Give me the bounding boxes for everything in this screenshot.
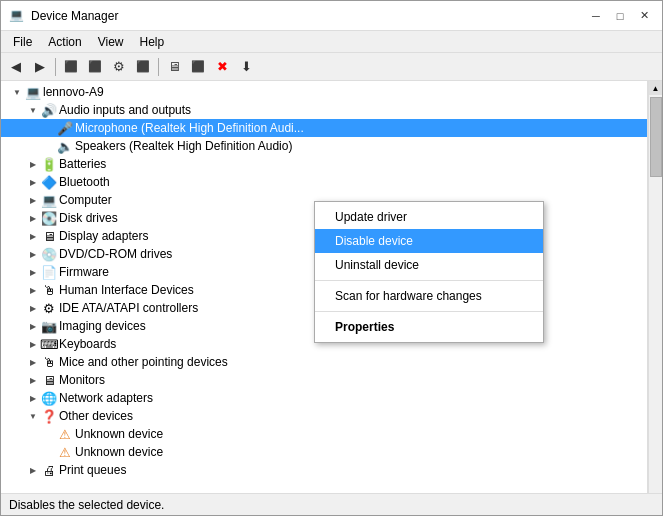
back-button[interactable]: ◀: [5, 56, 27, 78]
ctx-uninstall-device[interactable]: Uninstall device: [315, 253, 543, 277]
toolbar: ◀ ▶ ⬛ ⬛ ⚙ ⬛ 🖥 ⬛ ✖ ⬇: [1, 53, 662, 81]
ctx-scan-hardware[interactable]: Scan for hardware changes: [315, 284, 543, 308]
icon-monitors: 🖥: [41, 372, 57, 388]
icon-unknown2: ⚠: [57, 444, 73, 460]
toolbar-monitor-btn[interactable]: 🖥: [163, 56, 185, 78]
label-unknown2: Unknown device: [75, 445, 163, 459]
tree-node-unknown2[interactable]: ⚠ Unknown device: [1, 443, 647, 461]
tree-node-audio[interactable]: ▼ 🔊 Audio inputs and outputs: [1, 101, 647, 119]
label-disk: Disk drives: [59, 211, 118, 225]
label-batteries: Batteries: [59, 157, 106, 171]
label-other: Other devices: [59, 409, 133, 423]
icon-firmware: 📄: [41, 264, 57, 280]
toolbar-sep-2: [158, 58, 159, 76]
toolbar-btn-5[interactable]: ⬛: [187, 56, 209, 78]
icon-root: 💻: [25, 84, 41, 100]
icon-display: 🖥: [41, 228, 57, 244]
scroll-thumb[interactable]: [650, 97, 662, 177]
label-monitors: Monitors: [59, 373, 105, 387]
tree-node-print[interactable]: ▶ 🖨 Print queues: [1, 461, 647, 479]
minimize-button[interactable]: ─: [586, 7, 606, 25]
device-manager-window: 💻 Device Manager ─ □ ✕ File Action View …: [0, 0, 663, 516]
icon-mice: 🖱: [41, 354, 57, 370]
ctx-update-driver[interactable]: Update driver: [315, 205, 543, 229]
label-unknown1: Unknown device: [75, 427, 163, 441]
tree-node-root[interactable]: ▼ 💻 lennovo-A9: [1, 83, 647, 101]
label-network: Network adapters: [59, 391, 153, 405]
arrow-print: ▶: [25, 462, 41, 478]
context-menu: Update driver Disable device Uninstall d…: [314, 201, 544, 343]
label-keyboards: Keyboards: [59, 337, 116, 351]
vertical-scrollbar[interactable]: ▲: [648, 81, 662, 493]
toolbar-sep-1: [55, 58, 56, 76]
icon-audio: 🔊: [41, 102, 57, 118]
ctx-sep-2: [315, 311, 543, 312]
arrow-root: ▼: [9, 84, 25, 100]
arrow-batteries: ▶: [25, 156, 41, 172]
arrow-network: ▶: [25, 390, 41, 406]
menu-view[interactable]: View: [90, 33, 132, 51]
label-print: Print queues: [59, 463, 126, 477]
toolbar-btn-3[interactable]: ⚙: [108, 56, 130, 78]
toolbar-btn-2[interactable]: ⬛: [84, 56, 106, 78]
arrow-imaging: ▶: [25, 318, 41, 334]
scroll-up-arrow[interactable]: ▲: [649, 81, 663, 95]
label-computer: Computer: [59, 193, 112, 207]
icon-unknown1: ⚠: [57, 426, 73, 442]
tree-node-monitors[interactable]: ▶ 🖥 Monitors: [1, 371, 647, 389]
icon-network: 🌐: [41, 390, 57, 406]
label-ide: IDE ATA/ATAPI controllers: [59, 301, 198, 315]
label-firmware: Firmware: [59, 265, 109, 279]
arrow-other: ▼: [25, 408, 41, 424]
menu-help[interactable]: Help: [132, 33, 173, 51]
window-title: Device Manager: [31, 9, 118, 23]
tree-node-batteries[interactable]: ▶ 🔋 Batteries: [1, 155, 647, 173]
content-area: ▼ 💻 lennovo-A9 ▼ 🔊 Audio inputs and outp…: [1, 81, 662, 493]
menu-action[interactable]: Action: [40, 33, 89, 51]
label-imaging: Imaging devices: [59, 319, 146, 333]
arrow-display: ▶: [25, 228, 41, 244]
status-text: Disables the selected device.: [9, 498, 164, 512]
ctx-sep-1: [315, 280, 543, 281]
label-microphone: Microphone (Realtek High Definition Audi…: [75, 121, 304, 135]
toolbar-btn-1[interactable]: ⬛: [60, 56, 82, 78]
arrow-audio: ▼: [25, 102, 41, 118]
device-tree[interactable]: ▼ 💻 lennovo-A9 ▼ 🔊 Audio inputs and outp…: [1, 81, 648, 493]
toolbar-btn-4[interactable]: ⬛: [132, 56, 154, 78]
menu-file[interactable]: File: [5, 33, 40, 51]
label-bluetooth: Bluetooth: [59, 175, 110, 189]
tree-node-bluetooth[interactable]: ▶ 🔷 Bluetooth: [1, 173, 647, 191]
ctx-properties[interactable]: Properties: [315, 315, 543, 339]
tree-node-unknown1[interactable]: ⚠ Unknown device: [1, 425, 647, 443]
tree-node-other[interactable]: ▼ ❓ Other devices: [1, 407, 647, 425]
tree-node-network[interactable]: ▶ 🌐 Network adapters: [1, 389, 647, 407]
icon-bluetooth: 🔷: [41, 174, 57, 190]
icon-microphone: 🎤: [57, 120, 73, 136]
toolbar-remove-btn[interactable]: ✖: [211, 56, 233, 78]
maximize-button[interactable]: □: [610, 7, 630, 25]
icon-hid: 🖱: [41, 282, 57, 298]
toolbar-update-btn[interactable]: ⬇: [235, 56, 257, 78]
icon-ide: ⚙: [41, 300, 57, 316]
arrow-microphone: [41, 120, 57, 136]
tree-node-mice[interactable]: ▶ 🖱 Mice and other pointing devices: [1, 353, 647, 371]
tree-node-microphone[interactable]: 🎤 Microphone (Realtek High Definition Au…: [1, 119, 647, 137]
forward-button[interactable]: ▶: [29, 56, 51, 78]
icon-batteries: 🔋: [41, 156, 57, 172]
label-speakers: Speakers (Realtek High Definition Audio): [75, 139, 292, 153]
label-audio: Audio inputs and outputs: [59, 103, 191, 117]
arrow-unknown1: [41, 426, 57, 442]
arrow-unknown2: [41, 444, 57, 460]
tree-node-speakers[interactable]: 🔈 Speakers (Realtek High Definition Audi…: [1, 137, 647, 155]
arrow-computer: ▶: [25, 192, 41, 208]
label-root: lennovo-A9: [43, 85, 104, 99]
ctx-disable-device[interactable]: Disable device: [315, 229, 543, 253]
close-button[interactable]: ✕: [634, 7, 654, 25]
arrow-ide: ▶: [25, 300, 41, 316]
title-bar-left: 💻 Device Manager: [9, 8, 118, 24]
icon-other: ❓: [41, 408, 57, 424]
icon-keyboards: ⌨: [41, 336, 57, 352]
label-hid: Human Interface Devices: [59, 283, 194, 297]
status-bar: Disables the selected device.: [1, 493, 662, 515]
label-dvd: DVD/CD-ROM drives: [59, 247, 172, 261]
